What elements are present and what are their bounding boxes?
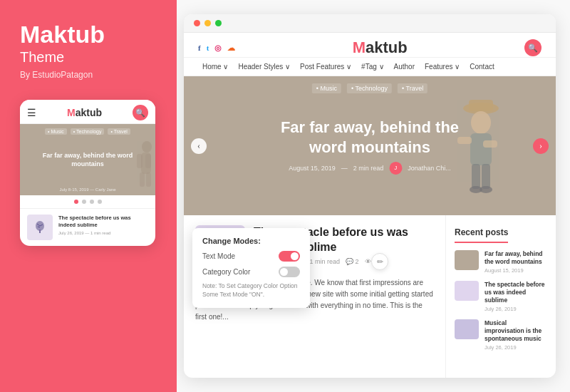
rp-date-1: August 15, 2019 xyxy=(484,267,547,274)
mobile-nav-dot-4[interactable] xyxy=(98,200,102,204)
author-avatar: J xyxy=(389,162,402,175)
header-search-button[interactable]: 🔍 xyxy=(524,39,542,56)
svg-point-13 xyxy=(471,111,491,134)
mobile-dots-nav xyxy=(20,195,155,208)
popup-title: Change Modes: xyxy=(202,237,300,245)
toggle-knob-2 xyxy=(280,268,288,276)
hero-slider: • Music • Technology • Travel Far far aw… xyxy=(184,76,556,215)
rp-thumb-1 xyxy=(455,250,479,270)
nav-home[interactable]: Home ∨ xyxy=(198,61,232,72)
svg-rect-4 xyxy=(140,172,145,187)
edit-icon-button[interactable]: ✏ xyxy=(371,253,388,270)
rss-icon[interactable]: ☁ xyxy=(227,43,235,53)
sidebar-title: Recent posts xyxy=(455,227,508,243)
svg-rect-14 xyxy=(470,133,492,165)
rp-thumb-3 xyxy=(455,319,479,339)
article-comments: 💬 2 xyxy=(346,258,359,265)
mobile-search-button[interactable]: 🔍 xyxy=(133,105,148,120)
catcolor-toggle[interactable] xyxy=(279,267,300,277)
search-icon: 🔍 xyxy=(528,43,538,53)
svg-rect-18 xyxy=(482,164,490,189)
article-read: 1 min read xyxy=(310,258,341,265)
mobile-post-info: The spectacle before us was indeed subli… xyxy=(58,215,148,240)
browser-dot-maximize[interactable] xyxy=(215,20,222,26)
hero-title: Far far away, behind the word mountains xyxy=(277,117,463,158)
nav-author[interactable]: Author xyxy=(390,61,419,72)
mobile-nav-dot-3[interactable] xyxy=(90,200,94,204)
header-brand-m: M xyxy=(353,38,366,56)
left-panel: Maktub Theme By EstudioPatagon ☰ Maktub … xyxy=(0,0,177,392)
hero-tag-music: • Music xyxy=(312,83,341,93)
svg-point-20 xyxy=(480,186,492,193)
nav-post-features[interactable]: Post Features ∨ xyxy=(296,61,356,72)
tree-icon xyxy=(32,220,48,235)
rp-thumb-2 xyxy=(455,281,479,301)
svg-rect-16 xyxy=(483,140,497,148)
rp-title-2: The spectacle before us was indeed subli… xyxy=(484,281,547,304)
popup-note: Note: To Set Category Color Option Some … xyxy=(202,282,300,299)
svg-rect-17 xyxy=(472,164,480,189)
brand-m: M xyxy=(20,21,40,48)
mobile-brand-m: M xyxy=(67,107,76,118)
header-brand: Maktub xyxy=(353,38,408,57)
mobile-mockup: ☰ Maktub 🔍 • Music • Technology • Travel… xyxy=(20,100,155,246)
mobile-menu-icon: ☰ xyxy=(27,107,36,119)
mobile-hero-meta: July 8-15, 2019 — Carly Jane xyxy=(20,187,155,192)
site-header: f t ◎ ☁ Maktub 🔍 xyxy=(184,33,556,58)
mobile-post-meta: July 26, 2019 — 1 min read xyxy=(58,231,148,235)
mobile-post-title: The spectacle before us was indeed subli… xyxy=(58,215,148,229)
rp-title-1: Far far away, behind the word mountains xyxy=(484,250,547,266)
svg-rect-12 xyxy=(469,100,493,111)
search-icon: 🔍 xyxy=(135,108,145,118)
popup-textmode-label: Text Mode xyxy=(202,252,235,260)
popup-row-textmode: Text Mode xyxy=(202,251,300,262)
rp-info-3: Musical improvisation is the spontaneous… xyxy=(484,319,547,351)
brand-subtitle: Theme xyxy=(20,49,157,66)
mobile-hero-title: Far far away, behind the word mountains xyxy=(20,151,155,169)
rp-date-2: July 26, 2019 xyxy=(484,306,547,312)
nav-features[interactable]: Features ∨ xyxy=(420,61,464,72)
nav-contact[interactable]: Contact xyxy=(465,61,498,72)
rp-date-3: July 26, 2019 xyxy=(484,344,547,351)
mobile-hero-tags: • Music • Technology • Travel xyxy=(20,128,155,135)
mobile-nav-dot-1[interactable] xyxy=(74,200,78,204)
mobile-nav-dot-2[interactable] xyxy=(82,200,86,204)
rp-info-2: The spectacle before us was indeed subli… xyxy=(484,281,547,312)
change-modes-popup: Change Modes: Text Mode Category Color N… xyxy=(192,228,310,308)
browser-mockup: f t ◎ ☁ Maktub 🔍 Home ∨ Header Styles ∨ … xyxy=(184,14,556,378)
mobile-post-thumb xyxy=(27,215,53,240)
textmode-toggle[interactable] xyxy=(279,251,300,262)
hero-read: 2 min read xyxy=(353,165,384,172)
hero-author: Jonathan Chi... xyxy=(408,165,451,172)
hero-meta: August 15, 2019 — 2 min read J Jonathan … xyxy=(277,162,463,175)
header-social: f t ◎ ☁ xyxy=(198,43,235,53)
hero-separator: — xyxy=(341,165,348,172)
instagram-icon[interactable]: ◎ xyxy=(214,43,222,53)
mobile-tag-travel: • Travel xyxy=(108,128,130,135)
hero-prev-button[interactable]: ‹ xyxy=(191,138,207,154)
popup-row-catcolor: Category Color xyxy=(202,267,300,277)
mobile-topbar: ☰ Maktub 🔍 xyxy=(20,100,155,124)
hero-tag-tech: • Technology xyxy=(347,83,392,93)
rp-info-1: Far far away, behind the word mountains … xyxy=(484,250,547,274)
mobile-post-item: The spectacle before us was indeed subli… xyxy=(20,208,155,246)
mobile-tag-music: • Music xyxy=(45,128,67,135)
mobile-hero: • Music • Technology • Travel Far far aw… xyxy=(20,124,155,195)
nav-header-styles[interactable]: Header Styles ∨ xyxy=(234,61,294,72)
hero-title-block: Far far away, behind the word mountains … xyxy=(277,117,463,174)
browser-content: f t ◎ ☁ Maktub 🔍 Home ∨ Header Styles ∨ … xyxy=(184,33,556,378)
facebook-icon[interactable]: f xyxy=(198,43,201,52)
twitter-icon[interactable]: t xyxy=(207,43,209,52)
browser-dot-minimize[interactable] xyxy=(204,20,211,26)
hero-next-button[interactable]: › xyxy=(533,138,549,154)
recent-post-1: Far far away, behind the word mountains … xyxy=(455,250,547,274)
browser-dot-close[interactable] xyxy=(194,20,200,26)
mobile-brand: Maktub xyxy=(67,107,102,118)
toggle-knob xyxy=(291,252,299,260)
mobile-tag-tech: • Technology xyxy=(71,128,105,135)
brand-by: By EstudioPatagon xyxy=(20,70,157,80)
popup-catcolor-label: Category Color xyxy=(202,268,250,276)
nav-tag[interactable]: #Tag ∨ xyxy=(357,61,388,72)
hero-tag-travel: • Travel xyxy=(398,83,428,93)
brand-title: Maktub xyxy=(20,21,157,48)
